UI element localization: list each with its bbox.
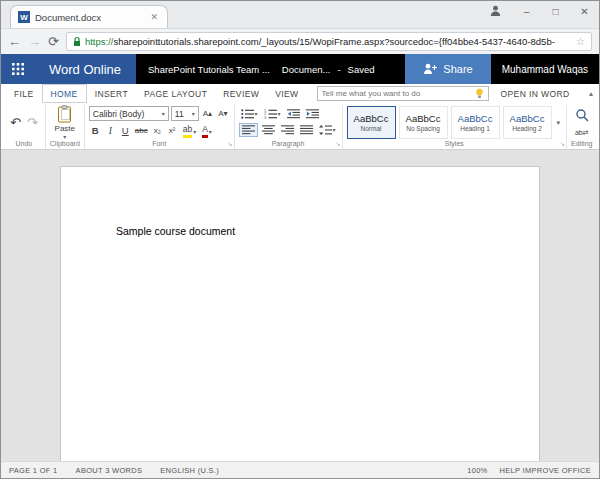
tab-insert[interactable]: INSERT	[87, 84, 136, 103]
language-indicator[interactable]: ENGLISH (U.S.)	[160, 466, 219, 475]
tell-me-box[interactable]	[317, 86, 489, 101]
browser-tabstrip: W Document.docx ✕ – □ ✕	[1, 1, 599, 28]
paragraph-dialog-launcher-icon[interactable]: ↘	[335, 141, 340, 147]
url-text: https://sharepointtutorials.sharepoint.c…	[85, 36, 555, 47]
increase-indent-button[interactable]	[304, 108, 321, 120]
document-body-text[interactable]: Sample course document	[61, 167, 539, 237]
align-left-icon	[242, 125, 255, 135]
italic-button[interactable]: I	[104, 126, 117, 136]
strikethrough-button[interactable]: abc	[134, 127, 149, 136]
styles-dialog-launcher-icon[interactable]: ↘	[560, 141, 565, 147]
window-controls: – □ ✕	[489, 1, 599, 21]
highlight-dropdown-icon: ▾	[193, 129, 196, 135]
line-spacing-icon	[319, 125, 332, 135]
tab-page-layout[interactable]: PAGE LAYOUT	[136, 84, 215, 103]
style-heading-2-preview: AaBbCc	[510, 113, 545, 124]
url-rest: sharepointtutorials.sharepoint.com/_layo…	[113, 36, 554, 47]
font-dialog-launcher-icon[interactable]: ↘	[227, 141, 232, 147]
tab-close-icon[interactable]: ✕	[148, 12, 160, 22]
ribbon-collapse-icon[interactable]: ▴	[589, 89, 593, 98]
ribbon-tab-row: FILE HOME INSERT PAGE LAYOUT REVIEW VIEW…	[1, 84, 599, 103]
undo-group: ↶ ↷ Undo	[3, 105, 46, 149]
status-bar: PAGE 1 OF 1 ABOUT 3 WORDS ENGLISH (U.S.)…	[1, 461, 599, 478]
style-no-spacing[interactable]: AaBbCc No Spacing	[399, 106, 448, 139]
font-size-value: 11	[175, 109, 184, 119]
style-normal[interactable]: AaBbCc Normal	[347, 106, 396, 139]
style-normal-name: Normal	[361, 125, 382, 132]
document-name: Documen...	[282, 64, 331, 75]
open-in-word-button[interactable]: OPEN IN WORD	[501, 89, 570, 99]
align-right-button[interactable]	[279, 124, 296, 136]
align-right-icon	[281, 125, 294, 135]
address-bar[interactable]: https://sharepointtutorials.sharepoint.c…	[66, 32, 592, 51]
bookmark-star-icon[interactable]: ☆	[576, 36, 585, 47]
window-close-button[interactable]: ✕	[570, 2, 599, 21]
font-size-select[interactable]: 11 ▾	[171, 106, 199, 121]
document-page[interactable]: Sample course document	[60, 166, 540, 461]
back-icon[interactable]: ←	[8, 35, 21, 48]
window-minimize-button[interactable]: –	[512, 2, 541, 21]
editing-group-label: Editing	[571, 140, 592, 149]
tab-view[interactable]: VIEW	[267, 84, 306, 103]
font-color-button[interactable]: A ▾	[200, 124, 214, 138]
page-count[interactable]: PAGE 1 OF 1	[9, 466, 58, 475]
share-button[interactable]: Share	[405, 54, 490, 84]
align-left-button[interactable]	[239, 123, 258, 137]
justify-button[interactable]	[298, 124, 315, 136]
decrease-indent-button[interactable]	[285, 108, 302, 120]
font-color-icon: A	[202, 125, 208, 137]
window-maximize-button[interactable]: □	[541, 2, 570, 21]
find-button[interactable]	[575, 108, 589, 126]
tab-home[interactable]: HOME	[42, 84, 87, 103]
style-heading-1-preview: AaBbCc	[458, 113, 493, 124]
bullets-dropdown-icon: ▾	[255, 111, 258, 117]
document-canvas: Sample course document	[1, 150, 599, 461]
tell-me-input[interactable]	[322, 89, 472, 98]
underline-button[interactable]: U	[119, 126, 132, 136]
shrink-font-button[interactable]: A▾	[216, 109, 229, 118]
redo-button[interactable]: ↷	[24, 116, 41, 129]
site-breadcrumb[interactable]: SharePoint Tutorials Team ...	[136, 54, 282, 84]
tab-review[interactable]: REVIEW	[215, 84, 267, 103]
justify-icon	[300, 125, 313, 135]
paragraph-group: ▾ 123 ▾	[235, 105, 343, 149]
align-center-button[interactable]	[260, 124, 277, 136]
style-heading-2[interactable]: AaBbCc Heading 2	[503, 106, 552, 139]
browser-profile-icon[interactable]	[489, 3, 502, 21]
paste-button[interactable]: Paste ▾	[55, 105, 75, 140]
styles-group: AaBbCc Normal AaBbCc No Spacing AaBbCc H…	[343, 105, 568, 149]
forward-icon[interactable]: →	[28, 35, 41, 48]
highlight-color-button[interactable]: ab ▾	[181, 124, 198, 138]
tab-file[interactable]: FILE	[6, 84, 42, 103]
zoom-level[interactable]: 100%	[467, 466, 487, 475]
word-file-icon: W	[18, 11, 30, 23]
app-name[interactable]: Word Online	[34, 54, 136, 84]
word-count[interactable]: ABOUT 3 WORDS	[76, 466, 143, 475]
bold-button[interactable]: B	[89, 126, 102, 136]
font-name-value: Calibri (Body)	[93, 109, 145, 119]
help-improve-office-link[interactable]: HELP IMPROVE OFFICE	[500, 466, 591, 475]
style-heading-1[interactable]: AaBbCc Heading 1	[451, 106, 500, 139]
style-heading-1-name: Heading 1	[460, 125, 490, 132]
font-name-select[interactable]: Calibri (Body) ▾	[89, 106, 169, 121]
refresh-icon[interactable]: ⟳	[48, 35, 59, 48]
share-person-icon	[423, 63, 437, 75]
subscript-button[interactable]: x₂	[151, 127, 164, 136]
url-scheme: https://	[85, 36, 114, 47]
document-title-area[interactable]: Documen... - Saved	[282, 54, 375, 84]
line-spacing-dropdown-icon: ▾	[333, 127, 336, 133]
grow-font-button[interactable]: A▴	[201, 109, 214, 118]
numbering-button[interactable]: 123 ▾	[262, 108, 283, 120]
replace-button[interactable]: ab⇄	[575, 129, 589, 137]
line-spacing-button[interactable]: ▾	[317, 124, 338, 136]
bullets-button[interactable]: ▾	[239, 108, 260, 120]
app-launcher-button[interactable]	[1, 54, 34, 84]
browser-tab[interactable]: W Document.docx ✕	[10, 5, 168, 28]
superscript-button[interactable]: x²	[166, 127, 179, 136]
more-styles-icon[interactable]: ▾	[555, 119, 563, 127]
user-name[interactable]: Muhammad Waqas	[491, 54, 599, 84]
style-heading-2-name: Heading 2	[512, 125, 542, 132]
styles-group-label: Styles	[347, 140, 563, 149]
undo-button[interactable]: ↶	[7, 116, 24, 129]
paragraph-group-label: Paragraph	[239, 140, 338, 149]
